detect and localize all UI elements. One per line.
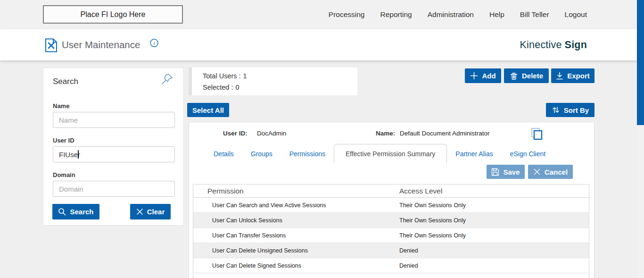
table-row: User Can Search and View Active Sessions… xyxy=(193,198,589,213)
tab[interactable]: Effective Permission Summary xyxy=(334,144,447,163)
sort-by-button-label: Sort By xyxy=(564,106,589,114)
pin-icon[interactable] xyxy=(161,73,173,85)
permission-cell: User Can Delete Unsigned Sessions xyxy=(193,247,399,254)
selected-label: Selected : xyxy=(203,84,233,91)
selected-value: 0 xyxy=(236,84,239,91)
tab-label: eSign Client xyxy=(510,150,546,158)
permission-cell: User Can Transfer Sessions xyxy=(193,232,399,239)
search-button[interactable]: Search xyxy=(52,204,99,219)
table-row: User Can Transfer Sessions Their Own Ses… xyxy=(193,228,589,243)
name-field-label: Name: xyxy=(376,130,395,137)
screen: Place FI Logo Here Processing Reporting … xyxy=(0,0,644,278)
cancel-button-label: Cancel xyxy=(545,168,568,176)
tab[interactable]: Details xyxy=(205,144,242,163)
total-users-label: Total Users : xyxy=(203,72,241,80)
delete-button-label: Delete xyxy=(522,72,543,80)
add-button[interactable]: Add xyxy=(465,68,501,83)
fi-logo-text: Place FI Logo Here xyxy=(81,10,146,19)
user-detail-tabs: Details Groups Permissions Effective Per… xyxy=(205,144,554,163)
user-name-value: Default Document Administrator xyxy=(400,130,490,137)
clear-button-label: Clear xyxy=(147,208,165,216)
select-all-button[interactable]: Select All xyxy=(187,103,229,117)
permission-cell: User Can Delete Signed Sessions xyxy=(193,262,399,269)
permissions-table: Permission Access Level User Can Search … xyxy=(193,184,589,278)
page-header: User Maintenance i Kinective Sign xyxy=(0,29,637,60)
brand-second: Sign xyxy=(565,39,587,51)
nav-item[interactable]: Reporting xyxy=(380,10,412,19)
user-id-value: DocAdmin xyxy=(257,130,286,137)
name-label: Name xyxy=(53,102,69,110)
plus-icon xyxy=(470,72,478,80)
svg-text:i: i xyxy=(153,40,155,46)
save-button-label: Save xyxy=(503,168,520,176)
save-button[interactable]: Save xyxy=(487,165,525,179)
nav-item[interactable]: Help xyxy=(489,10,504,19)
nav-item[interactable]: Logout xyxy=(565,10,587,19)
partial-row xyxy=(193,273,589,278)
export-button-label: Export xyxy=(567,72,590,80)
access-level-cell: Their Own Sessions Only xyxy=(399,202,589,209)
brand-logo: Kinective Sign xyxy=(520,29,587,60)
tab[interactable]: Permissions xyxy=(281,144,334,163)
domain-input[interactable] xyxy=(53,181,175,197)
cancel-x-icon xyxy=(533,168,541,176)
add-button-label: Add xyxy=(482,72,495,80)
user-maintenance-icon xyxy=(45,38,58,52)
tab-label: Details xyxy=(214,150,234,158)
name-input[interactable] xyxy=(53,112,175,128)
access-level-cell: Denied xyxy=(399,262,589,269)
search-icon xyxy=(58,208,66,216)
access-level-cell: Their Own Sessions Only xyxy=(399,217,589,224)
copy-icon[interactable] xyxy=(530,127,544,142)
select-all-button-label: Select All xyxy=(192,106,224,114)
total-users-line: Total Users :1 xyxy=(203,72,247,80)
trash-icon xyxy=(510,72,518,80)
delete-button[interactable]: Delete xyxy=(504,68,549,83)
nav-item[interactable]: Administration xyxy=(428,10,474,19)
search-button-label: Search xyxy=(70,208,93,216)
permission-cell: User Can Search and View Active Sessions xyxy=(193,202,399,209)
tab[interactable]: Groups xyxy=(242,144,281,163)
user-id-field-label: User ID: xyxy=(223,130,248,137)
tab-label: Partner Alias xyxy=(455,150,493,158)
top-navigation: Processing Reporting Administration Help… xyxy=(329,0,587,29)
tab[interactable]: eSign Client xyxy=(502,144,554,163)
summary-left-strip xyxy=(189,67,192,95)
selected-line: Selected :0 xyxy=(203,84,239,91)
user-id-input[interactable] xyxy=(53,146,175,162)
tab-label: Groups xyxy=(251,150,272,158)
scrollbar-thumb[interactable] xyxy=(637,0,644,125)
brand-first: Kinective xyxy=(520,39,562,51)
access-level-cell: Denied xyxy=(399,247,589,254)
sort-arrows-icon xyxy=(552,106,560,114)
clear-button[interactable]: Clear xyxy=(130,204,171,219)
total-users-value: 1 xyxy=(243,72,247,80)
table-row: User Can Delete Signed Sessions Denied xyxy=(193,258,589,273)
table-row: User Can Unlock Sessions Their Own Sessi… xyxy=(193,213,589,228)
permission-cell: User Can Unlock Sessions xyxy=(193,217,399,224)
user-id-label: User ID xyxy=(53,137,74,144)
user-count-summary: Total Users :1 Selected :0 xyxy=(189,67,357,95)
save-floppy-icon xyxy=(491,168,499,176)
export-button[interactable]: Export xyxy=(551,68,594,83)
vertical-scrollbar[interactable] xyxy=(637,0,644,278)
access-level-cell: Their Own Sessions Only xyxy=(399,232,589,239)
tab[interactable]: Partner Alias xyxy=(447,144,501,163)
page-title: User Maintenance xyxy=(62,29,140,60)
info-icon[interactable]: i xyxy=(150,39,158,47)
nav-item[interactable]: Processing xyxy=(329,10,365,19)
clear-x-icon xyxy=(136,208,143,215)
permission-column-header: Permission xyxy=(193,187,399,195)
domain-label: Domain xyxy=(53,171,75,178)
cancel-button[interactable]: Cancel xyxy=(528,165,573,179)
topbar: Place FI Logo Here Processing Reporting … xyxy=(0,0,637,29)
nav-item[interactable]: Bill Teller xyxy=(520,10,549,19)
sort-by-button[interactable]: Sort By xyxy=(546,103,594,117)
access-level-column-header: Access Level xyxy=(399,187,589,195)
permissions-table-body: User Can Search and View Active Sessions… xyxy=(193,198,589,273)
permissions-table-header: Permission Access Level xyxy=(193,185,589,198)
text-caret xyxy=(78,150,79,159)
search-panel: Search Name User ID Domain Search xyxy=(43,67,184,226)
tab-label: Effective Permission Summary xyxy=(346,150,435,158)
download-icon xyxy=(556,72,563,80)
